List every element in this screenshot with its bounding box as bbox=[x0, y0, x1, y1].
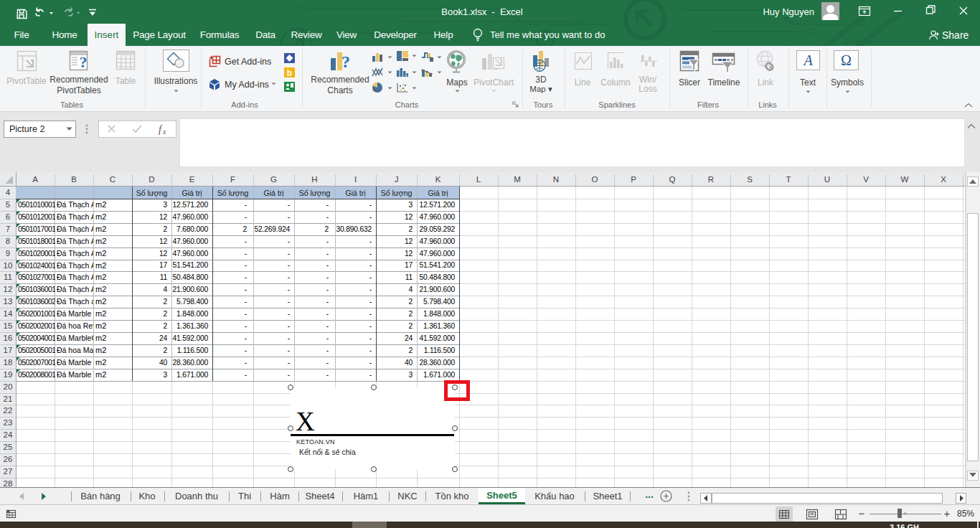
svg-text:?: ? bbox=[80, 53, 88, 71]
svg-text:b: b bbox=[287, 68, 292, 78]
svg-text:?: ? bbox=[341, 52, 350, 71]
svg-text:x: x bbox=[162, 128, 166, 136]
